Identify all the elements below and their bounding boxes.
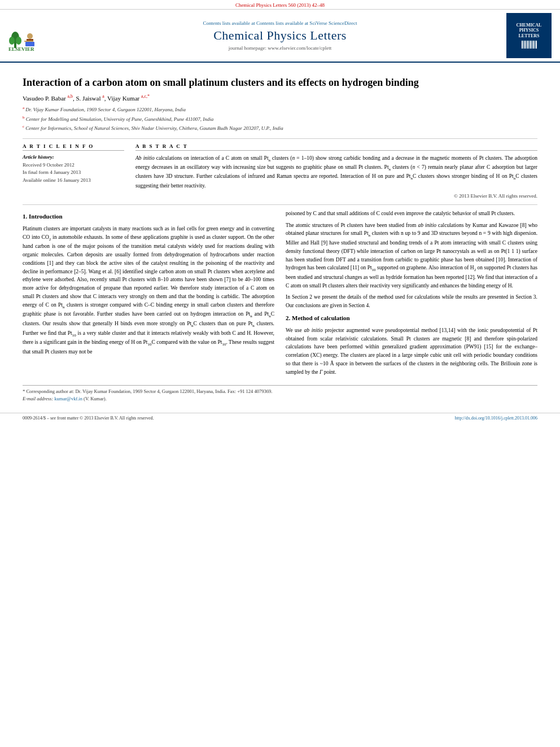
section-1-number: 1. [23,213,27,220]
barcode-line [533,41,534,49]
svg-rect-7 [29,41,33,42]
email-link[interactable]: kumar@vkf.in [54,396,82,401]
sciverse-text[interactable]: Contents lists available at SciVerse Sci… [256,20,357,26]
svg-point-2 [9,37,15,45]
article-info-title: A R T I C L E I N F O [23,143,124,151]
barcode-line [522,41,523,49]
article-info: A R T I C L E I N F O Article history: R… [23,143,124,199]
barcode-line [536,41,537,49]
affiliations: a Dr. Vijay Kumar Foundation, 1969 Secto… [23,105,537,133]
journal-title: Chemical Physics Letters [213,28,347,43]
barcode-line [523,41,524,49]
available-online-date: Available online 16 January 2013 [23,177,124,185]
abstract-text: Ab initio calculations on interaction of… [135,154,537,190]
affiliation-b: b Center for Modelling and Simulation, U… [23,115,537,124]
barcode-line [535,41,535,49]
right-para-2: The atomic structures of Pt clusters hav… [286,221,537,290]
copyright-text: © 2013 Elsevier B.V. All rights reserved… [135,193,537,199]
issue-info: Chemical Physics Letters 560 (2013) 42–4… [235,2,325,8]
barcode-line [532,41,532,49]
barcode-line [530,41,531,49]
barcode [522,41,537,49]
section-2-title: Method of calculation [292,314,350,321]
body-right-col: poisoned by C and that small additions o… [286,209,537,379]
affiliation-c: c Center for Informatics, School of Natu… [23,124,537,133]
right-para-3: In Section 2 we present the details of t… [286,293,537,309]
barcode-line [524,41,526,49]
homepage-text: journal homepage: www.elsevier.com/locat… [229,45,331,51]
barcode-line [529,41,530,49]
footnote-section: * Corresponding author at: Dr. Vijay Kum… [23,385,537,403]
section-1-title: Introduction [29,213,63,220]
body-two-col: 1. Introduction Platinum clusters are im… [23,209,537,379]
info-abstract-section: A R T I C L E I N F O Article history: R… [23,143,537,199]
main-content: Interaction of a carbon atom on small pl… [0,63,560,408]
svg-rect-8 [25,42,34,46]
footnote-corresponding: * Corresponding author at: Dr. Vijay Kum… [23,388,537,395]
right-para-1: poisoned by C and that small additions o… [286,209,537,218]
journal-cover-area: CHEMICALPHYSICSLETTERS [504,13,554,58]
cover-title: CHEMICALPHYSICSLETTERS [517,23,542,39]
barcode-line [526,41,527,49]
svg-rect-6 [24,41,29,42]
affiliation-a: a Dr. Vijay Kumar Foundation, 1969 Secto… [23,105,537,114]
article-history-title: Article history: [23,154,124,160]
received-date: Received 9 October 2012 [23,161,124,169]
section-2-number: 2. [286,314,290,321]
abstract-title: A B S T R A C T [135,143,537,151]
journal-homepage: journal homepage: www.elsevier.com/locat… [229,45,331,51]
svg-text:ELSEVIER: ELSEVIER [8,46,34,51]
top-banner: Chemical Physics Letters 560 (2013) 42–4… [0,0,560,10]
elsevier-logo-area: ELSEVIER [6,13,56,58]
footnote-email: E-mail address: kumar@vkf.in (V. Kumar). [23,395,537,403]
authors-line: Vasudeo P. Babar a,b, S. Jaiswal a, Vija… [23,94,537,102]
final-form-date: In final form 4 January 2013 [23,169,124,177]
elsevier-logo-svg: ELSEVIER [8,20,54,51]
journal-cover: CHEMICALPHYSICSLETTERS [506,13,552,58]
footer-copyright: 0009-2614/$ – see front matter © 2013 El… [23,416,154,421]
section-2-para: We use ab initio projector augmented wav… [286,326,537,376]
article-title: Interaction of a carbon atom on small pl… [23,76,537,89]
footer-doi[interactable]: http://dx.doi.org/10.1016/j.cplett.2013.… [455,416,537,421]
page-footer: 0009-2614/$ – see front matter © 2013 El… [0,413,560,423]
section-2-heading: 2. Method of calculation [286,313,537,323]
divider-2 [23,204,537,205]
journal-header-center: Contents lists available at Contents lis… [61,13,499,58]
abstract-section: A B S T R A C T Ab initio calculations o… [135,143,537,199]
intro-para-1: Platinum clusters are important catalyst… [23,225,274,356]
journal-header: ELSEVIER Contents lists available at Con… [0,10,560,63]
body-content: 1. Introduction Platinum clusters are im… [23,209,537,379]
divider-1 [23,138,537,139]
svg-point-3 [16,37,21,45]
sciverse-link: Contents lists available at Contents lis… [203,20,357,26]
svg-point-4 [27,33,33,39]
barcode-line [527,41,528,49]
body-left-col: 1. Introduction Platinum clusters are im… [23,209,274,379]
section-1-heading: 1. Introduction [23,212,274,221]
